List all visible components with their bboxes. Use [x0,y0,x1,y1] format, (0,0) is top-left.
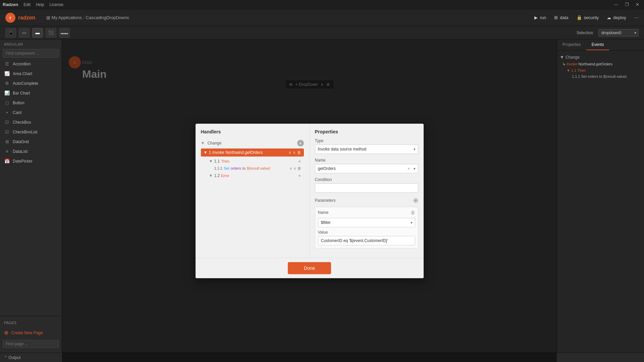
right-panel: Properties Events ▼ Change ↳ Invoke Nort… [557,40,644,362]
datagrid-icon: ⊞ [4,139,10,144]
then-toggle-icon[interactable]: ▼ [209,159,213,164]
more-btn[interactable]: ··· [634,15,639,21]
brand-name: radzen [18,15,36,21]
error-toggle-icon[interactable]: ▼ [209,173,213,178]
component-list: ☰ Accordion 📈 Area Chart ⚙ AutoComplete … [0,59,62,316]
run-btn[interactable]: ▶ run [534,15,546,20]
component-card-label: Card [13,110,21,115]
datepicker-icon: 📅 [4,159,10,164]
modal-header: Handlers ▼ Change + ▼ 1 Invoke [196,124,424,258]
param-delete-btn[interactable]: 🗑 [411,210,415,215]
component-button[interactable]: ◻ Button [0,98,62,108]
tab-events[interactable]: Events [586,40,609,50]
to-connector: to [243,166,246,170]
selection-dropdown[interactable]: dropdown0 ▾ [598,29,639,37]
component-bar-chart[interactable]: 📊 Bar Chart [0,88,62,98]
tab-properties[interactable]: Properties [557,40,586,50]
name-select[interactable]: getOrders [315,164,418,173]
component-bar-chart-label: Bar Chart [13,91,30,96]
then-label: Then [221,159,229,163]
component-datepicker-label: DatePicker [13,159,33,164]
move-up-icon[interactable]: ∧ [288,150,291,155]
left-sidebar: Angular ☰ Accordion 📈 Area Chart ⚙ AutoC… [0,40,62,362]
component-datagrid[interactable]: ⊞ DataGrid [0,137,62,146]
search-component-input[interactable] [3,49,59,58]
component-autocomplete[interactable]: ⚙ AutoComplete [0,78,62,88]
params-add-btn[interactable]: ⊕ [413,197,418,204]
component-datepicker[interactable]: 📅 DatePicker [0,156,62,166]
add-then-btn[interactable]: + [298,159,301,164]
param-name-select[interactable]: $filter [318,218,415,227]
name-label: Name [315,158,418,163]
properties-title: Properties [315,129,418,134]
component-card[interactable]: ▪ Card [0,108,62,117]
add-error-btn[interactable]: + [298,173,301,178]
set-action: Set [224,166,229,170]
subsub-delete-icon[interactable]: 🗑 [298,166,301,171]
component-checkbox[interactable]: ☑ CheckBox [0,117,62,127]
device-mobile-btn[interactable]: 📱 [5,28,16,38]
right-change-toggle-icon[interactable]: ▼ [560,55,564,60]
component-accordion-label: Accordion [13,62,31,66]
handler-row-1[interactable]: ▼ 1 Invoke Northwind.getOrders ∧ ∨ 🗑 [201,148,304,157]
param-name-row: Name 🗑 [318,210,415,215]
security-label: security [584,15,599,20]
param-value-input[interactable] [318,236,415,245]
menu-bar: Edit Help License [23,2,63,7]
component-accordion[interactable]: ☰ Accordion [0,59,62,69]
subsub-down-icon[interactable]: ∨ [293,166,296,171]
breadcrumb-app[interactable]: My Applications [52,15,82,20]
invoke-highlight: ↳ Invoke Northwind.getOrders [562,62,612,66]
device-desktop-btn[interactable]: ▬ [32,28,43,38]
handler-method-1: Northwind.getOrders [225,150,263,155]
name-input-row: getOrders ✕ ▾ [315,164,418,173]
search-component-wrap [3,49,59,58]
breadcrumb: ⊞ My Applications / CascadingDropDowns [46,15,129,20]
sub-row-1-2: ▼ 1.2 Error + [201,172,304,180]
search-page-input[interactable] [3,340,59,348]
create-page-btn[interactable]: ⊕ Create New Page [0,327,62,339]
run-label: run [540,15,546,20]
dropdown-arrow-icon: ▾ [634,31,636,35]
component-checkbox-label: CheckBox [13,120,31,125]
data-label: data [560,15,568,20]
deploy-btn[interactable]: ☁ deploy [607,15,626,20]
add-handler-btn[interactable]: + [297,140,304,146]
minimize-btn[interactable]: — [612,1,620,8]
type-select[interactable]: Invoke data source method [315,144,418,154]
breadcrumb-project[interactable]: CascadingDropDowns [86,15,129,20]
handler-row-1-controls: ∧ ∨ 🗑 [288,150,301,155]
data-btn[interactable]: ⊞ data [554,15,568,20]
deploy-icon: ☁ [607,15,611,20]
delete-handler-icon[interactable]: 🗑 [297,150,301,155]
selection-label: Selection [577,31,593,35]
nav-actions: ▶ run ⊞ data 🔒 security ☁ deploy ··· [534,15,639,21]
component-area-chart[interactable]: 📈 Area Chart [0,69,62,78]
menu-help[interactable]: Help [36,2,44,7]
type-row: Type Invoke data source method [315,138,418,154]
menu-edit[interactable]: Edit [23,2,31,7]
done-button[interactable]: Done [288,262,331,274]
maximize-btn[interactable]: ❐ [623,1,631,8]
device-wide-btn[interactable]: ⬛ [46,28,56,38]
component-datalist[interactable]: ≡ DataList [0,146,62,156]
close-btn[interactable]: ✕ [634,1,641,8]
brand: r radzen [5,13,36,23]
output-toggle[interactable]: ⌃ Output [4,355,20,360]
security-btn[interactable]: 🔒 security [577,15,599,20]
component-checkboxlist-label: CheckBoxList [13,130,37,134]
condition-input[interactable] [315,183,418,193]
menu-license[interactable]: License [50,2,63,7]
change-toggle-icon[interactable]: ▼ [201,141,205,145]
subsub-up-icon[interactable]: ∧ [289,166,292,171]
move-down-icon[interactable]: ∨ [293,150,296,155]
device-full-btn[interactable]: ▬▬ [59,28,70,38]
handlers-title: Handlers [201,129,304,134]
params-title: Parameters [315,198,336,203]
component-checkboxlist[interactable]: ☑ CheckBoxList [0,127,62,137]
handler-toggle-1[interactable]: ▼ [204,150,208,155]
type-select-wrap: Invoke data source method [315,144,418,154]
param-select-wrap: $filter ▾ [318,218,415,227]
right-handler-tree: ↳ Invoke Northwind.getOrders ▼ 1.1 Then … [560,61,641,79]
device-tablet-btn[interactable]: ▭ [19,28,30,38]
